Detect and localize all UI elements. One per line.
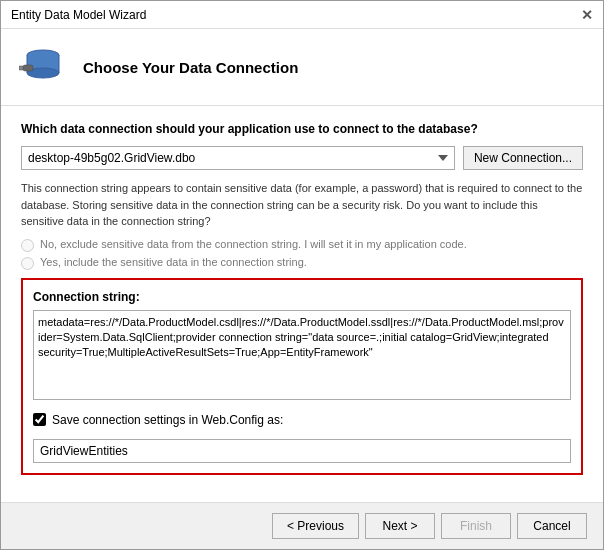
svg-rect-6 — [19, 66, 23, 70]
finish-button[interactable]: Finish — [441, 513, 511, 539]
svg-rect-5 — [23, 65, 33, 71]
radio-group: No, exclude sensitive data from the conn… — [21, 238, 583, 270]
radio-yes[interactable] — [21, 257, 34, 270]
header-section: Choose Your Data Connection — [1, 29, 603, 106]
new-connection-button[interactable]: New Connection... — [463, 146, 583, 170]
cancel-button[interactable]: Cancel — [517, 513, 587, 539]
connection-row: desktop-49b5g02.GridView.dbo New Connect… — [21, 146, 583, 170]
save-settings-label: Save connection settings in Web.Config a… — [52, 413, 283, 427]
window-title: Entity Data Model Wizard — [11, 8, 146, 22]
question-label: Which data connection should your applic… — [21, 122, 583, 136]
web-config-name-input[interactable] — [33, 439, 571, 463]
save-settings-row: Save connection settings in Web.Config a… — [33, 413, 571, 427]
footer: < Previous Next > Finish Cancel — [1, 502, 603, 549]
connection-select[interactable]: desktop-49b5g02.GridView.dbo — [21, 146, 455, 170]
close-button[interactable]: ✕ — [581, 7, 593, 23]
database-icon — [19, 43, 67, 91]
connection-string-textarea[interactable] — [33, 310, 571, 400]
radio-yes-option[interactable]: Yes, include the sensitive data in the c… — [21, 256, 583, 270]
previous-button[interactable]: < Previous — [272, 513, 359, 539]
radio-yes-label: Yes, include the sensitive data in the c… — [40, 256, 307, 268]
title-bar: Entity Data Model Wizard ✕ — [1, 1, 603, 29]
connection-string-box: Connection string: Save connection setti… — [21, 278, 583, 475]
content-area: Which data connection should your applic… — [1, 106, 603, 502]
radio-no-option[interactable]: No, exclude sensitive data from the conn… — [21, 238, 583, 252]
description-text: This connection string appears to contai… — [21, 180, 583, 230]
radio-no-label: No, exclude sensitive data from the conn… — [40, 238, 467, 250]
connection-string-label: Connection string: — [33, 290, 571, 304]
save-settings-checkbox[interactable] — [33, 413, 46, 426]
radio-no[interactable] — [21, 239, 34, 252]
next-button[interactable]: Next > — [365, 513, 435, 539]
header-title: Choose Your Data Connection — [83, 59, 298, 76]
wizard-window: Entity Data Model Wizard ✕ Choose Your D… — [0, 0, 604, 550]
